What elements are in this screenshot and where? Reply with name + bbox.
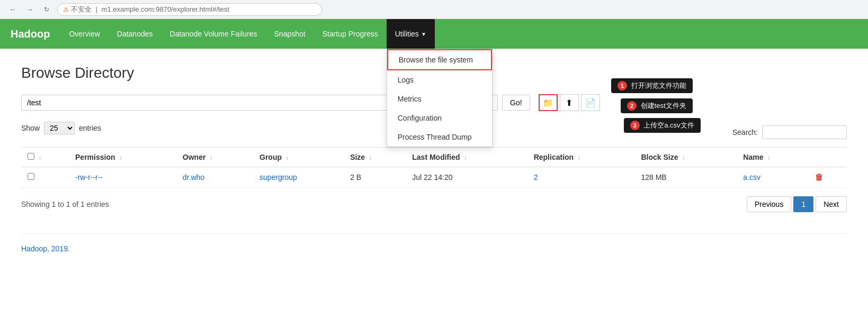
cell-size: 2 B (344, 167, 406, 188)
dropdown-arrow-icon: ▼ (421, 31, 426, 37)
sort-lastmod-icon[interactable]: ↕ (464, 155, 467, 161)
annotation-3: 3 上传空a.csv文件 (624, 118, 701, 133)
doc-button[interactable]: 📄 (581, 94, 600, 111)
dropdown-process-thread-dump[interactable]: Process Thread Dump (387, 128, 492, 147)
entries-select[interactable]: 10 25 50 100 (44, 122, 75, 134)
sort-owner-icon[interactable]: ↕ (210, 155, 212, 161)
create-folder-button[interactable]: 📁 (539, 94, 558, 111)
cell-last-modified: Jul 22 14:20 (406, 167, 527, 188)
col-group: Group ↕ (253, 148, 344, 167)
sort-group-icon[interactable]: ↕ (286, 155, 289, 161)
cell-checkbox (21, 167, 69, 188)
file-name-link[interactable]: a.csv (743, 173, 760, 181)
security-label: 不安全 (71, 5, 92, 14)
search-row: Search: (732, 125, 847, 139)
forward-button[interactable]: → (23, 3, 36, 16)
permission-link[interactable]: -rw-r--r-- (75, 173, 103, 181)
col-last-modified: Last Modified ↕ (406, 148, 527, 167)
footer-link[interactable]: Hadoop, 2019. (21, 244, 70, 253)
next-button[interactable]: Next (816, 196, 847, 212)
security-icon: ⚠ (63, 6, 69, 13)
nav-snapshot[interactable]: Snapshot (266, 19, 314, 49)
brand-logo[interactable]: Hadoop (11, 28, 50, 40)
entries-suffix: entries (79, 124, 101, 132)
utilities-dropdown-container: Utilities ▼ Browse the file system Logs … (387, 19, 435, 49)
utilities-dropdown-menu: Browse the file system Logs Metrics Conf… (387, 49, 493, 147)
replication-link[interactable]: 2 (534, 173, 538, 181)
previous-button[interactable]: Previous (747, 196, 791, 212)
cell-permission: -rw-r--r-- (69, 167, 176, 188)
annotation-2: 2 创建test文件夹 (621, 98, 693, 113)
address-bar[interactable]: ⚠ 不安全 | m1.example.com:9870/explorer.htm… (57, 3, 322, 16)
cell-name: a.csv (737, 167, 808, 188)
pagination-row: Showing 1 to 1 of 1 entries Previous 1 N… (21, 196, 847, 212)
folder-icon: 📁 (543, 98, 553, 108)
show-entries-row: Show 10 25 50 100 entries (21, 122, 101, 134)
sort-icon: ↕ (39, 155, 41, 161)
doc-icon: 📄 (585, 98, 596, 108)
pagination-buttons: Previous 1 Next (747, 196, 847, 212)
action-buttons: 📁 ⬆ 📄 1 打开浏览文件功能 2 创建test文件夹 3 上传空a.csv文 (539, 94, 600, 111)
annotation-1: 1 打开浏览文件功能 (611, 78, 693, 93)
col-replication: Replication ↕ (527, 148, 635, 167)
sort-blocksize-icon[interactable]: ↕ (682, 155, 685, 161)
sort-permission-icon[interactable]: ↕ (119, 155, 122, 161)
col-name: Name ↕ (737, 148, 808, 167)
col-block-size: Block Size ↕ (634, 148, 737, 167)
sort-size-icon[interactable]: ↕ (369, 155, 372, 161)
table-header-row: ↕ Permission ↕ Owner ↕ Group ↕ Size ↕ (21, 148, 847, 167)
footer: Hadoop, 2019. (21, 233, 847, 253)
search-input[interactable] (762, 125, 847, 139)
cell-owner: dr.who (176, 167, 253, 188)
nav-datanode-volume-failures[interactable]: Datanode Volume Failures (162, 19, 266, 49)
dropdown-metrics[interactable]: Metrics (387, 89, 492, 108)
col-checkbox: ↕ (21, 148, 69, 167)
select-all-checkbox[interactable] (28, 153, 34, 160)
upload-button[interactable]: ⬆ (560, 94, 579, 111)
nav-utilities[interactable]: Utilities ▼ (387, 19, 435, 49)
group-link[interactable]: supergroup (259, 173, 297, 181)
browser-chrome: ← → ↻ ⚠ 不安全 | m1.example.com:9870/explor… (0, 0, 868, 19)
row-checkbox[interactable] (28, 173, 34, 180)
col-permission: Permission ↕ (69, 148, 176, 167)
col-owner: Owner ↕ (176, 148, 253, 167)
cell-block-size: 128 MB (634, 167, 737, 188)
sort-name-icon[interactable]: ↕ (767, 155, 770, 161)
pagination-info: Showing 1 to 1 of 1 entries (21, 200, 109, 208)
delete-button[interactable]: 🗑 (815, 172, 824, 182)
navbar: Hadoop Overview Datanodes Datanode Volum… (0, 19, 868, 49)
nav-startup-progress[interactable]: Startup Progress (314, 19, 387, 49)
col-delete (809, 148, 847, 167)
col-size: Size ↕ (344, 148, 406, 167)
show-label: Show (21, 124, 40, 132)
go-button[interactable]: Go! (502, 95, 530, 111)
dropdown-browse-filesystem[interactable]: Browse the file system (387, 49, 492, 70)
page-1-button[interactable]: 1 (793, 196, 813, 212)
data-table: ↕ Permission ↕ Owner ↕ Group ↕ Size ↕ (21, 147, 847, 188)
reload-button[interactable]: ↻ (40, 3, 53, 16)
search-label: Search: (732, 128, 758, 137)
nav-datanodes[interactable]: Datanodes (109, 19, 162, 49)
upload-icon: ⬆ (566, 98, 572, 108)
cell-replication: 2 (527, 167, 635, 188)
owner-link[interactable]: dr.who (183, 173, 204, 181)
dropdown-logs[interactable]: Logs (387, 70, 492, 89)
sort-replication-icon[interactable]: ↕ (578, 155, 580, 161)
dropdown-configuration[interactable]: Configuration (387, 108, 492, 128)
nav-overview[interactable]: Overview (60, 19, 108, 49)
table-row: -rw-r--r-- dr.who supergroup 2 B Jul 22 … (21, 167, 847, 188)
cell-group: supergroup (253, 167, 344, 188)
url-text: m1.example.com:9870/explorer.html#/test (102, 5, 229, 13)
back-button[interactable]: ← (6, 3, 19, 16)
cell-delete: 🗑 (809, 167, 847, 188)
